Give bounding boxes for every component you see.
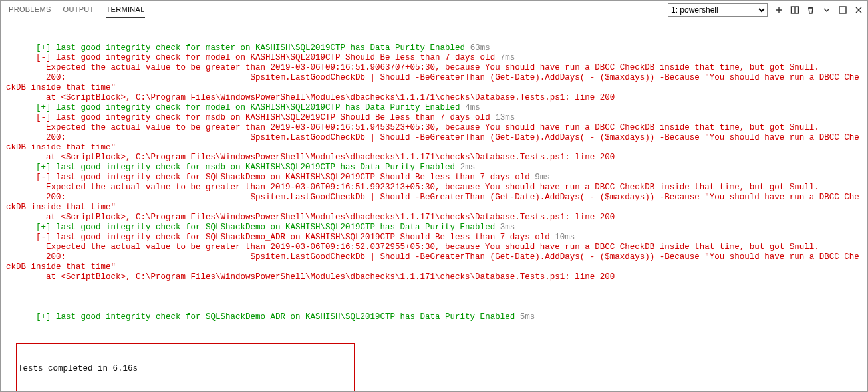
terminal-line-pass: [+] last good integrity check for master… (6, 43, 862, 53)
terminal-line-fail: [-] last good integrity check for model … (6, 53, 862, 63)
terminal-line-error: 200: $psitem.LastGoodCheckDb | Should -B… (6, 252, 862, 272)
tab-output[interactable]: OUTPUT (63, 1, 94, 18)
terminal-output[interactable]: [+] last good integrity check for master… (1, 19, 867, 391)
close-panel-icon[interactable] (854, 5, 863, 15)
terminal-line-fail: [-] last good integrity check for msdb o… (6, 113, 862, 123)
terminal-line-error: at <ScriptBlock>, C:\Program Files\Windo… (6, 272, 862, 282)
tab-problems[interactable]: PROBLEMS (9, 1, 51, 18)
terminal-line-fail: [-] last good integrity check for SQLSha… (6, 233, 862, 243)
terminal-actions (774, 5, 863, 15)
terminal-selector[interactable]: 1: powershell (668, 3, 768, 17)
summary-box: Tests completed in 6.16s Tests Passed: 5… (16, 343, 355, 391)
terminal-line-error: at <ScriptBlock>, C:\Program Files\Windo… (6, 153, 862, 163)
terminal-line-pass: [+] last good integrity check for msdb o… (6, 163, 862, 173)
terminal-line-error: 200: $psitem.LastGoodCheckDb | Should -B… (6, 193, 862, 213)
summary-time: Tests completed in 6.16s (18, 364, 353, 374)
tab-terminal[interactable]: TERMINAL (106, 1, 145, 18)
maximize-panel-icon[interactable] (838, 5, 847, 15)
terminal-line-error: 200: $psitem.LastGoodCheckDb | Should -B… (6, 133, 862, 153)
panel-header: PROBLEMS OUTPUT TERMINAL 1: powershell (1, 1, 867, 19)
terminal-line-error: Expected the actual value to be greater … (6, 63, 862, 73)
terminal-line-error: at <ScriptBlock>, C:\Program Files\Windo… (6, 93, 862, 103)
chevron-down-icon[interactable] (822, 5, 831, 15)
terminal-line-fail: [-] last good integrity check for SQLSha… (6, 173, 862, 183)
terminal-line-pass: [+] last good integrity check for model … (6, 103, 862, 113)
terminal-line-error: Expected the actual value to be greater … (6, 243, 862, 252)
terminal-line-pass: [+] last good integrity check for SQLSha… (6, 223, 862, 233)
panel-tabs: PROBLEMS OUTPUT TERMINAL (5, 1, 145, 18)
terminal-line-error: at <ScriptBlock>, C:\Program Files\Windo… (6, 213, 862, 223)
new-terminal-icon[interactable] (774, 5, 784, 15)
kill-terminal-icon[interactable] (806, 5, 815, 15)
terminal-line-error: Expected the actual value to be greater … (6, 183, 862, 193)
terminal-line-error: Expected the actual value to be greater … (6, 123, 862, 133)
terminal-line-pass: [+] last good integrity check for SQLSha… (6, 312, 862, 322)
terminal-line-error: 200: $psitem.LastGoodCheckDb | Should -B… (6, 73, 862, 93)
svg-rect-1 (839, 7, 846, 13)
split-terminal-icon[interactable] (790, 5, 799, 15)
